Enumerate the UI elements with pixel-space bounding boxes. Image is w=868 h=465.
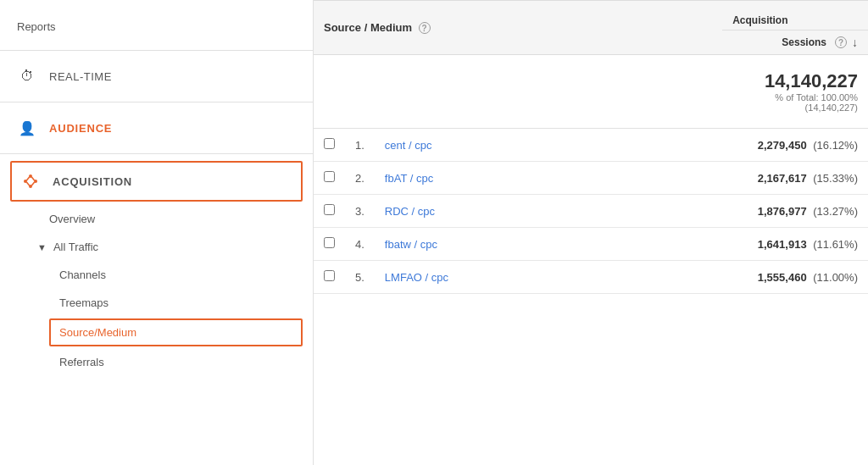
source-link[interactable]: fbAT / cpc bbox=[385, 172, 433, 185]
row-number: 1. bbox=[345, 129, 375, 162]
row-checkbox-cell[interactable] bbox=[314, 195, 345, 228]
row-checkbox-cell[interactable] bbox=[314, 228, 345, 261]
svg-line-7 bbox=[31, 182, 34, 185]
row-source: fbatw / cpc bbox=[375, 228, 712, 261]
overview-label: Overview bbox=[49, 213, 95, 225]
sidebar-sub-item-referrals[interactable]: Referrals bbox=[0, 348, 313, 376]
row-checkbox[interactable] bbox=[324, 138, 335, 149]
row-number: 4. bbox=[345, 228, 375, 261]
row-source: cent / cpc bbox=[375, 129, 712, 162]
divider-acquisition bbox=[0, 153, 313, 154]
row-checkbox[interactable] bbox=[324, 204, 335, 215]
reports-label: Reports bbox=[0, 14, 313, 43]
table-row: 4. fbatw / cpc 1,641,913 (11.61%) bbox=[314, 228, 868, 261]
sidebar-sub-item-overview[interactable]: Overview bbox=[0, 205, 313, 233]
audience-icon: 👤 bbox=[17, 118, 37, 138]
row-number: 2. bbox=[345, 162, 375, 195]
main-content: Source / Medium ? Acquisition Sessions ?… bbox=[314, 0, 868, 465]
row-number: 3. bbox=[345, 195, 375, 228]
col-sessions-header: Sessions ? ↓ bbox=[732, 36, 858, 49]
row-sessions: 1,641,913 (11.61%) bbox=[712, 228, 868, 261]
row-sessions: 1,876,977 (13.27%) bbox=[712, 195, 868, 228]
source-link[interactable]: cent / cpc bbox=[385, 139, 432, 152]
source-link[interactable]: fbatw / cpc bbox=[385, 238, 437, 251]
row-source: RDC / cpc bbox=[375, 195, 712, 228]
channels-label: Channels bbox=[59, 268, 106, 281]
row-sessions-pct: (11.61%) bbox=[810, 238, 858, 251]
svg-line-6 bbox=[26, 182, 29, 185]
row-source: fbAT / cpc bbox=[375, 162, 712, 195]
row-number: 5. bbox=[345, 261, 375, 294]
sidebar-item-acquisition-label: ACQUISITION bbox=[53, 175, 132, 188]
sidebar: Reports ⏱ REAL-TIME 👤 AUDIENCE ACQUISITI… bbox=[0, 0, 314, 465]
svg-line-4 bbox=[26, 177, 29, 180]
sessions-help-icon[interactable]: ? bbox=[835, 36, 847, 48]
clock-icon: ⏱ bbox=[17, 66, 37, 86]
row-source: LMFAO / cpc bbox=[375, 261, 712, 294]
sidebar-sub-item-source-medium[interactable]: Source/Medium bbox=[49, 318, 303, 346]
row-sessions: 2,167,617 (15.33%) bbox=[712, 162, 868, 195]
row-sessions: 2,279,450 (16.12%) bbox=[712, 129, 868, 162]
totals-checkbox-cell bbox=[314, 55, 345, 129]
totals-percent-total: (14,140,227) bbox=[722, 102, 858, 113]
table-row: 1. cent / cpc 2,279,450 (16.12%) bbox=[314, 129, 868, 162]
row-sessions-pct: (13.27%) bbox=[810, 205, 858, 218]
all-traffic-label: All Traffic bbox=[53, 241, 98, 253]
totals-source-cell bbox=[345, 55, 712, 129]
sidebar-item-realtime-label: REAL-TIME bbox=[49, 70, 112, 83]
row-checkbox-cell[interactable] bbox=[314, 129, 345, 162]
source-medium-help-icon[interactable]: ? bbox=[419, 22, 431, 34]
divider-top bbox=[0, 50, 313, 51]
data-table: Source / Medium ? Acquisition Sessions ?… bbox=[314, 0, 868, 294]
row-checkbox[interactable] bbox=[324, 270, 335, 281]
acquisition-icon bbox=[20, 171, 41, 191]
sidebar-item-acquisition[interactable]: ACQUISITION bbox=[10, 161, 303, 202]
row-checkbox[interactable] bbox=[324, 237, 335, 248]
acquisition-section-label: Acquisition bbox=[722, 9, 868, 30]
source-link[interactable]: RDC / cpc bbox=[385, 205, 435, 218]
sidebar-item-realtime[interactable]: ⏱ REAL-TIME bbox=[0, 58, 313, 95]
treemaps-label: Treemaps bbox=[59, 296, 108, 309]
source-medium-label: Source/Medium bbox=[59, 326, 136, 339]
row-checkbox-cell[interactable] bbox=[314, 162, 345, 195]
row-sessions-pct: (15.33%) bbox=[810, 172, 858, 185]
sort-arrow-icon[interactable]: ↓ bbox=[852, 36, 858, 49]
totals-row: 14,140,227 % of Total: 100.00% (14,140,2… bbox=[314, 55, 868, 129]
sidebar-item-audience[interactable]: 👤 AUDIENCE bbox=[0, 109, 313, 147]
source-link[interactable]: LMFAO / cpc bbox=[385, 271, 448, 284]
sessions-label: Sessions bbox=[782, 36, 826, 48]
svg-line-5 bbox=[31, 177, 34, 180]
table-wrapper: Source / Medium ? Acquisition Sessions ?… bbox=[314, 0, 868, 465]
totals-sessions-cell: 14,140,227 % of Total: 100.00% (14,140,2… bbox=[712, 55, 868, 129]
table-row: 2. fbAT / cpc 2,167,617 (15.33%) bbox=[314, 162, 868, 195]
row-sessions-pct: (16.12%) bbox=[810, 139, 858, 152]
col-source-medium: Source / Medium ? bbox=[314, 1, 712, 55]
table-row: 3. RDC / cpc 1,876,977 (13.27%) bbox=[314, 195, 868, 228]
table-row: 5. LMFAO / cpc 1,555,460 (11.00%) bbox=[314, 261, 868, 294]
sidebar-sub-item-treemaps[interactable]: Treemaps bbox=[0, 289, 313, 317]
totals-percent-label: % of Total: 100.00% bbox=[722, 92, 858, 102]
sidebar-item-audience-label: AUDIENCE bbox=[49, 122, 112, 135]
sidebar-sub-item-channels[interactable]: Channels bbox=[0, 261, 313, 289]
row-checkbox[interactable] bbox=[324, 171, 335, 182]
sidebar-sub-item-all-traffic[interactable]: ▼ All Traffic bbox=[0, 233, 313, 261]
row-sessions: 1,555,460 (11.00%) bbox=[712, 261, 868, 294]
row-sessions-pct: (11.00%) bbox=[810, 271, 858, 284]
expand-arrow-icon: ▼ bbox=[37, 242, 47, 252]
row-checkbox-cell[interactable] bbox=[314, 261, 345, 294]
referrals-label: Referrals bbox=[59, 356, 104, 368]
divider-audience bbox=[0, 102, 313, 102]
totals-value: 14,140,227 bbox=[722, 70, 858, 92]
